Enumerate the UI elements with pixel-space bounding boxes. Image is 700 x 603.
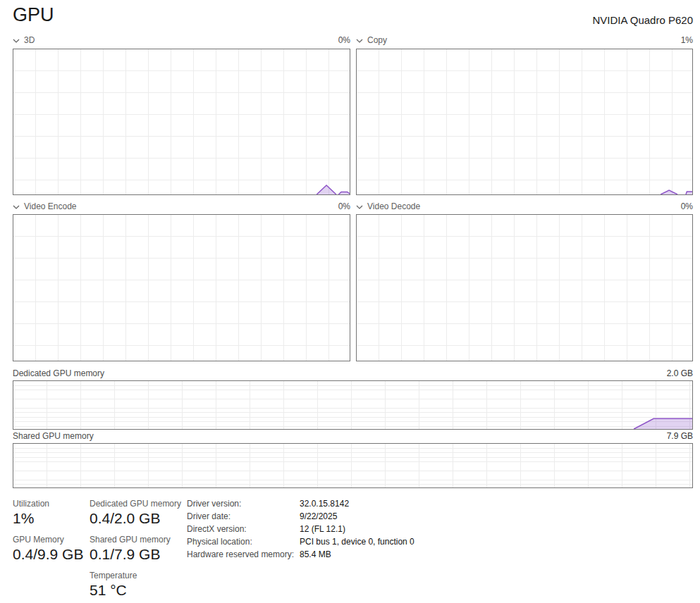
- temperature-label: Temperature: [90, 571, 137, 580]
- chart-header-3d: 3D 0%: [13, 34, 350, 46]
- chart-value-3d: 0%: [338, 35, 350, 45]
- chevron-down-icon[interactable]: [13, 201, 20, 211]
- hardware-reserved-memory-label: Hardware reserved memory:: [187, 549, 294, 559]
- utilization-value: 1%: [13, 510, 34, 527]
- chart-label-copy: Copy: [367, 35, 387, 45]
- chart-header-video-decode: Video Decode 0%: [356, 200, 693, 212]
- driver-date-label: Driver date:: [187, 511, 231, 521]
- 3d-usage-graph[interactable]: [13, 49, 350, 195]
- dedicated-memory-graph[interactable]: [13, 380, 693, 430]
- gpu-memory-label: GPU Memory: [13, 535, 64, 545]
- shared-memory-header: Shared GPU memory 7.9 GB: [13, 430, 693, 442]
- driver-version-value: 32.0.15.8142: [300, 499, 349, 509]
- directx-version-label: DirectX version:: [187, 524, 247, 534]
- gpu-memory-value: 0.4/9.9 GB: [13, 546, 83, 563]
- hardware-reserved-memory-value: 85.4 MB: [300, 549, 331, 559]
- dedicated-memory-label: Dedicated GPU memory: [13, 368, 104, 378]
- temperature-value: 51 °C: [90, 582, 127, 599]
- gpu-name: NVIDIA Quadro P620: [592, 14, 693, 26]
- copy-usage-graph[interactable]: [356, 49, 693, 195]
- chart-label-video-encode: Video Encode: [24, 201, 77, 211]
- chart-label-video-decode: Video Decode: [367, 201, 420, 211]
- dedicated-memory-stat-label: Dedicated GPU memory: [90, 499, 181, 509]
- chevron-down-icon[interactable]: [13, 35, 20, 45]
- dedicated-memory-header: Dedicated GPU memory 2.0 GB: [13, 368, 693, 379]
- physical-location-label: Physical location:: [187, 537, 252, 547]
- page-title: GPU: [13, 4, 54, 26]
- chart-value-copy: 1%: [681, 35, 693, 45]
- chevron-down-icon[interactable]: [356, 201, 363, 211]
- chart-header-copy: Copy 1%: [356, 34, 693, 46]
- shared-memory-max: 7.9 GB: [667, 431, 693, 441]
- shared-memory-label: Shared GPU memory: [13, 431, 94, 441]
- chart-label-3d: 3D: [24, 35, 35, 45]
- directx-version-value: 12 (FL 12.1): [300, 524, 345, 534]
- chart-value-video-decode: 0%: [681, 201, 693, 211]
- shared-memory-graph[interactable]: [13, 443, 693, 488]
- video-encode-usage-graph[interactable]: [13, 214, 350, 361]
- chart-value-video-encode: 0%: [338, 201, 350, 211]
- shared-memory-stat-value: 0.1/7.9 GB: [90, 546, 160, 563]
- video-decode-usage-graph[interactable]: [356, 214, 693, 361]
- utilization-label: Utilization: [13, 499, 49, 509]
- dedicated-memory-stat-value: 0.4/2.0 GB: [90, 510, 160, 527]
- chart-header-video-encode: Video Encode 0%: [13, 200, 350, 212]
- driver-date-value: 9/22/2025: [300, 511, 337, 521]
- gpu-performance-page: GPU NVIDIA Quadro P620 3D 0% Copy 1% Vid…: [0, 0, 700, 603]
- shared-memory-stat-label: Shared GPU memory: [90, 535, 171, 545]
- chevron-down-icon[interactable]: [356, 35, 363, 45]
- dedicated-memory-max: 2.0 GB: [667, 368, 693, 378]
- driver-version-label: Driver version:: [187, 499, 241, 509]
- physical-location-value: PCI bus 1, device 0, function 0: [300, 537, 415, 547]
